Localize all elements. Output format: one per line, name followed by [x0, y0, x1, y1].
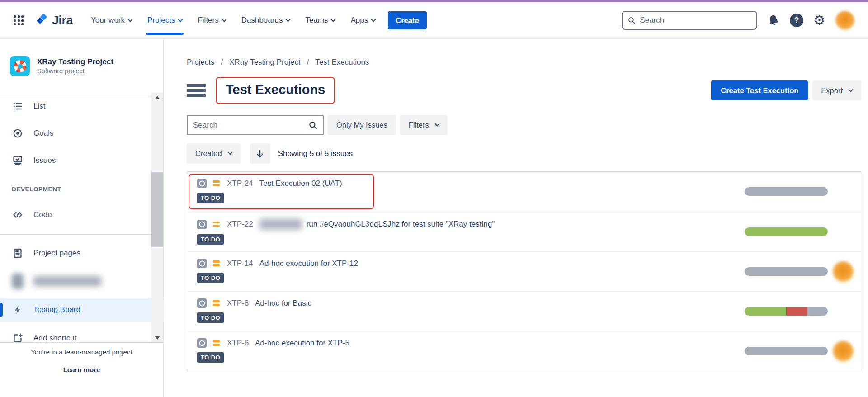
issue-key[interactable]: XTP-8	[227, 299, 249, 308]
assignee-avatar	[833, 261, 854, 282]
nav-your-work[interactable]: Your work	[91, 2, 132, 39]
chevron-down-icon	[227, 150, 232, 155]
help-icon[interactable]: ?	[790, 14, 803, 27]
test-progress-bar	[745, 187, 828, 196]
sidebar-item-goals[interactable]: Goals	[0, 123, 152, 144]
test-progress-bar	[745, 227, 828, 236]
status-badge[interactable]: TO DO	[197, 193, 224, 203]
breadcrumb-projects[interactable]: Projects	[187, 58, 214, 67]
page-header: Test Executions Create Test Execution Ex…	[187, 77, 861, 104]
issue-key[interactable]: XTP-14	[227, 259, 253, 268]
top-navigation-bar: Jira Your work Projects Filters Dashboar…	[0, 2, 868, 39]
chevron-down-icon	[127, 17, 132, 22]
jira-logo-text: Jira	[52, 14, 73, 28]
team-managed-note: You're in a team-managed project	[0, 348, 163, 356]
issue-list: XTP-24 Test Execution 02 (UAT) TO DO XTP…	[187, 171, 861, 371]
sidebar-item-project-pages[interactable]: Project pages	[0, 242, 152, 264]
chevron-down-icon	[222, 17, 226, 22]
sort-toolbar: Created Showing 5 of 5 issues	[187, 143, 861, 164]
user-avatar[interactable]	[835, 11, 854, 30]
scroll-up-arrow[interactable]	[151, 94, 163, 101]
showing-count: Showing 5 of 5 issues	[278, 149, 353, 158]
create-test-execution-button[interactable]: Create Test Execution	[711, 80, 808, 100]
test-execution-type-icon	[197, 259, 207, 268]
create-button[interactable]: Create	[388, 11, 426, 29]
issue-search-input[interactable]	[193, 121, 309, 130]
search-icon	[628, 16, 635, 24]
search-icon	[309, 121, 317, 130]
breadcrumb-test-executions[interactable]: Test Executions	[315, 58, 369, 67]
project-type: Software project	[37, 67, 113, 75]
lightning-bolt-icon	[12, 305, 24, 315]
priority-medium-icon	[213, 340, 220, 346]
sort-by-created-dropdown[interactable]: Created	[187, 143, 241, 164]
filters-button[interactable]: Filters	[400, 115, 448, 135]
nav-filters[interactable]: Filters	[198, 2, 226, 39]
issue-row-xtp-22[interactable]: XTP-22 run #eQyaouhGL3dqLSJhz for test s…	[187, 212, 861, 251]
nav-apps[interactable]: Apps	[350, 2, 375, 39]
redacted-text	[259, 219, 302, 230]
sidebar-item-testing-board[interactable]: Testing Board	[0, 298, 163, 322]
redacted-icon	[12, 274, 24, 289]
sidebar-item-list[interactable]: List	[0, 95, 152, 117]
breadcrumb-project-name[interactable]: XRay Testing Project	[229, 58, 300, 67]
page-actions: Create Test Execution Export	[711, 80, 861, 100]
sidebar-scrollbar	[151, 93, 163, 342]
sidebar-item-issues[interactable]: Issues	[0, 150, 152, 171]
page-title: Test Executions	[226, 82, 325, 97]
status-badge[interactable]: TO DO	[197, 352, 224, 363]
issue-title[interactable]: Ad-hoc execution for XTP-12	[259, 259, 358, 268]
sidebar-item-code[interactable]: Code	[0, 204, 152, 226]
pages-icon	[12, 248, 24, 259]
issue-row-xtp-14[interactable]: XTP-14 Ad-hoc execution for XTP-12 TO DO	[187, 251, 861, 291]
issue-key[interactable]: XTP-24	[227, 179, 253, 188]
scroll-down-arrow[interactable]	[151, 334, 163, 341]
status-badge[interactable]: TO DO	[197, 273, 224, 283]
goals-target-icon	[12, 128, 24, 139]
primary-nav: Your work Projects Filters Dashboards Te…	[91, 2, 375, 39]
global-search-input[interactable]	[640, 16, 751, 25]
issue-row-xtp-24[interactable]: XTP-24 Test Execution 02 (UAT) TO DO	[187, 172, 861, 212]
scrollbar-thumb[interactable]	[151, 172, 163, 247]
status-badge[interactable]: TO DO	[197, 312, 224, 323]
chevron-down-icon	[331, 17, 336, 22]
settings-gear-icon[interactable]: ⚙	[813, 14, 826, 27]
nav-dashboards[interactable]: Dashboards	[241, 2, 290, 39]
issues-icon	[12, 155, 24, 166]
issue-key[interactable]: XTP-22	[227, 220, 253, 229]
breadcrumb: Projects / XRay Testing Project / Test E…	[187, 58, 861, 67]
global-search[interactable]	[622, 11, 757, 30]
code-icon	[12, 209, 24, 220]
project-header[interactable]: XRay Testing Project Software project	[10, 56, 113, 76]
test-progress-bar	[745, 347, 828, 355]
issue-title[interactable]: run #eQyaouhGL3dqLSJhz for test suite "X…	[307, 220, 495, 229]
hamburger-menu-icon[interactable]	[187, 84, 206, 97]
sort-direction-button[interactable]	[250, 143, 270, 164]
only-my-issues-button[interactable]: Only My Issues	[328, 115, 396, 135]
issue-title[interactable]: Test Execution 02 (UAT)	[259, 179, 342, 188]
test-execution-type-icon	[197, 298, 207, 308]
priority-medium-icon	[213, 260, 220, 266]
chevron-down-icon	[286, 17, 291, 22]
export-button[interactable]: Export	[812, 80, 861, 100]
learn-more-link[interactable]: Learn more	[0, 366, 163, 373]
issue-title[interactable]: Ad-hoc for Basic	[255, 299, 311, 308]
issue-search[interactable]	[187, 115, 324, 135]
issue-row-xtp-6[interactable]: XTP-6 Ad-hoc execution for XTP-5 TO DO	[187, 331, 861, 371]
chevron-down-icon	[178, 17, 183, 22]
test-progress-bar	[745, 267, 828, 276]
assignee-avatar	[833, 341, 854, 362]
nav-teams[interactable]: Teams	[305, 2, 335, 39]
title-annotation-box: Test Executions	[216, 77, 335, 104]
app-switcher-icon[interactable]	[14, 15, 24, 25]
project-avatar-lifebuoy-icon	[10, 56, 30, 76]
filter-toolbar: Only My Issues Filters	[187, 115, 861, 135]
nav-projects[interactable]: Projects	[147, 2, 182, 39]
status-badge[interactable]: TO DO	[197, 234, 224, 245]
sidebar-item-redacted[interactable]	[0, 270, 152, 292]
notifications-bell-icon[interactable]	[766, 13, 781, 28]
issue-key[interactable]: XTP-6	[227, 339, 249, 348]
jira-logo[interactable]: Jira	[35, 14, 73, 28]
issue-title[interactable]: Ad-hoc execution for XTP-5	[255, 339, 349, 348]
issue-row-xtp-8[interactable]: XTP-8 Ad-hoc for Basic TO DO	[187, 291, 861, 331]
